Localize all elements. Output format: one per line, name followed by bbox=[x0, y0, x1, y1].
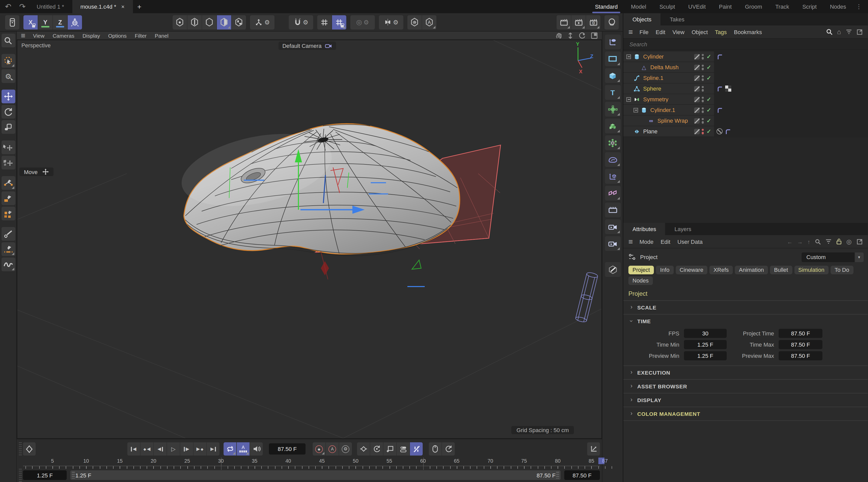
object-move-button[interactable] bbox=[1, 156, 15, 169]
viewport-menu-cameras[interactable]: Cameras bbox=[53, 32, 74, 38]
tree-row-delta-mush[interactable]: △ Delta Mush ✓ bbox=[623, 62, 867, 72]
visibility-dots[interactable] bbox=[702, 54, 704, 59]
visibility-dots[interactable] bbox=[702, 86, 704, 91]
object-name[interactable]: Delta Mush bbox=[650, 64, 694, 70]
fps-field[interactable]: 30 bbox=[684, 329, 727, 338]
tree-row-cylinder1[interactable]: Cylinder.1 ✓ bbox=[623, 105, 867, 115]
chip-nodes[interactable]: Nodes bbox=[628, 277, 653, 285]
document-tab-untitled[interactable]: Untitled 1 * bbox=[29, 0, 72, 13]
key-scale-button[interactable] bbox=[383, 442, 396, 455]
visibility-dots-off[interactable] bbox=[702, 129, 704, 134]
autokey-range-button[interactable]: A bbox=[237, 442, 250, 455]
layout-overflow-icon[interactable]: ⋮ bbox=[853, 0, 865, 13]
enabled-check-icon[interactable]: ✓ bbox=[706, 53, 712, 60]
world-coordinates-button[interactable] bbox=[68, 15, 82, 29]
section-execution[interactable]: › EXECUTION bbox=[623, 366, 867, 379]
goto-end-button[interactable]: ▶ bbox=[207, 442, 219, 455]
edit-badge-icon[interactable] bbox=[694, 118, 700, 123]
workplane-lock-icon[interactable] bbox=[332, 15, 346, 29]
object-name[interactable]: Spline Wrap bbox=[657, 118, 694, 124]
layout-tab-track[interactable]: Track bbox=[769, 0, 796, 13]
xpresso-button[interactable] bbox=[605, 186, 621, 200]
null-axis-button[interactable] bbox=[605, 169, 621, 184]
chip-animation[interactable]: Animation bbox=[735, 266, 768, 274]
objects-menu-edit[interactable]: Edit bbox=[656, 29, 665, 35]
viewport-menu-icon[interactable] bbox=[21, 33, 25, 37]
phong-tag-icon[interactable] bbox=[716, 107, 723, 113]
workplane-grid-icon[interactable] bbox=[317, 15, 332, 29]
redo-icon[interactable]: ↷ bbox=[16, 1, 29, 13]
enabled-check-icon[interactable]: ✓ bbox=[706, 107, 712, 113]
goto-start-button[interactable]: ◀ bbox=[127, 442, 140, 455]
viewport-menu-filter[interactable]: Filter bbox=[135, 32, 147, 38]
pan-hand-icon[interactable] bbox=[555, 32, 562, 39]
preview-min-field[interactable]: 1.25 F bbox=[684, 351, 727, 360]
popout-icon[interactable] bbox=[856, 29, 862, 35]
deformer-button[interactable] bbox=[605, 152, 621, 167]
toggle-panel-icon[interactable] bbox=[591, 32, 598, 39]
edit-badge-icon[interactable] bbox=[694, 107, 700, 113]
tree-row-cylinder[interactable]: Cylinder ✓ bbox=[623, 52, 867, 62]
tweak-mode-button[interactable]: ⚙ bbox=[1, 69, 15, 83]
visibility-dots[interactable] bbox=[702, 107, 704, 113]
cloner-button[interactable]: ⚙ bbox=[605, 135, 621, 150]
box-tool-icon[interactable] bbox=[5, 15, 19, 29]
chevron-down-icon[interactable]: ▾ bbox=[855, 252, 863, 262]
camera-selector[interactable]: Default Camera bbox=[278, 42, 336, 50]
layout-tab-uvedit[interactable]: UVEdit bbox=[682, 0, 712, 13]
object-name[interactable]: Cylinder bbox=[643, 54, 694, 60]
project-time-field[interactable]: 87.50 F bbox=[779, 329, 823, 338]
camera-alt-button[interactable] bbox=[605, 236, 621, 251]
object-name[interactable]: Sphere bbox=[643, 86, 694, 92]
search-icon[interactable] bbox=[826, 29, 832, 35]
viewport-canvas[interactable]: Perspective Default Camera Move Grid Spa bbox=[17, 40, 602, 439]
object-name[interactable]: Spline.1 bbox=[643, 75, 694, 81]
objects-menu-tags[interactable]: Tags bbox=[715, 29, 727, 35]
phong-tag-icon[interactable] bbox=[716, 85, 723, 92]
enabled-check-icon[interactable]: ✓ bbox=[706, 96, 712, 102]
line-cut-button[interactable] bbox=[1, 242, 15, 256]
edit-badge-icon[interactable] bbox=[694, 75, 700, 81]
render-settings-button[interactable]: ⚙ bbox=[586, 15, 600, 29]
section-asset-browser[interactable]: › ASSET BROWSER bbox=[623, 380, 867, 393]
record-keyframe-button[interactable]: ◆ bbox=[313, 442, 326, 455]
lock-x-axis-button[interactable]: X bbox=[24, 15, 38, 29]
time-max-field[interactable]: 87.50 F bbox=[779, 340, 823, 349]
volume-builder-button[interactable] bbox=[605, 119, 621, 133]
viewport-menu-view[interactable]: View bbox=[33, 32, 44, 38]
mode-polygons-icon[interactable] bbox=[217, 15, 231, 29]
viewport-menu-display[interactable]: Display bbox=[83, 32, 100, 38]
enabled-check-icon[interactable]: ✓ bbox=[706, 64, 712, 70]
section-display[interactable]: › DISPLAY bbox=[623, 393, 867, 407]
motext-button[interactable]: T bbox=[605, 85, 621, 100]
next-key-button[interactable]: ▶◆ bbox=[193, 442, 206, 455]
texture-tag-icon[interactable] bbox=[725, 86, 731, 92]
range-start-field[interactable]: 1.25 F bbox=[23, 470, 67, 480]
key-pla-button[interactable] bbox=[410, 442, 423, 455]
mouse-record-button[interactable] bbox=[429, 442, 441, 455]
range-handle-left[interactable] bbox=[72, 472, 75, 478]
objects-menu-object[interactable]: Object bbox=[691, 29, 708, 35]
undo-icon[interactable]: ↶ bbox=[2, 1, 14, 13]
timeline-grip[interactable] bbox=[19, 469, 22, 482]
stage-button[interactable] bbox=[605, 202, 621, 217]
close-tab-icon[interactable]: × bbox=[121, 4, 125, 10]
material-sphere-button[interactable] bbox=[604, 15, 619, 29]
viewport-menu-panel[interactable]: Panel bbox=[155, 32, 168, 38]
key-position-button[interactable] bbox=[357, 442, 370, 455]
subdivision-surface-button[interactable] bbox=[605, 102, 621, 117]
tree-row-sphere[interactable]: Sphere bbox=[623, 84, 867, 94]
key-rotation-button[interactable] bbox=[370, 442, 383, 455]
next-frame-button[interactable]: ▶ bbox=[180, 442, 193, 455]
layout-tab-script[interactable]: Script bbox=[796, 0, 823, 13]
symmetry-settings-button[interactable]: ⚙ bbox=[379, 15, 403, 29]
range-end-field[interactable]: 87.50 F bbox=[564, 470, 600, 480]
spline-primitives-button[interactable] bbox=[1, 207, 15, 220]
chip-simulation[interactable]: Simulation bbox=[794, 266, 829, 274]
tree-row-spline1[interactable]: Spline.1 ✓ bbox=[623, 73, 867, 83]
dolly-icon[interactable] bbox=[567, 32, 574, 39]
snap-settings-button[interactable]: ⚙ bbox=[289, 15, 313, 29]
lock-z-axis-button[interactable]: Z bbox=[53, 15, 67, 29]
layout-tab-model[interactable]: Model bbox=[624, 0, 653, 13]
sketch-spline-button[interactable] bbox=[1, 191, 15, 205]
